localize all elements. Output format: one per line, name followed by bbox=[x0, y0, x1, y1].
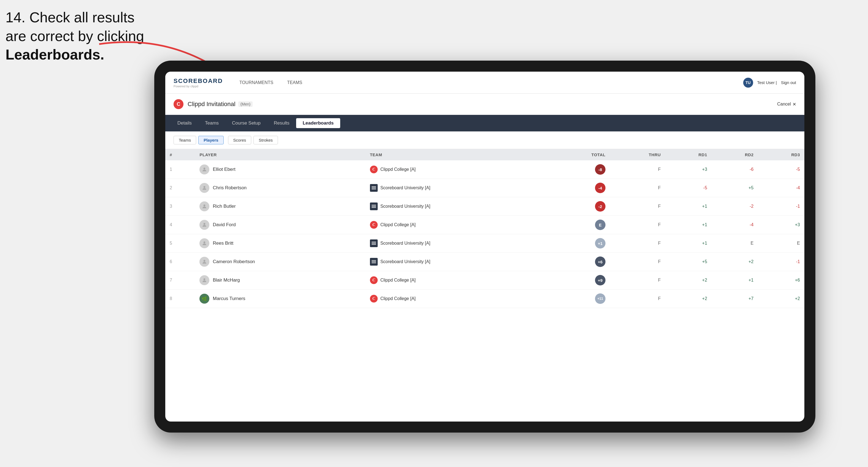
tab-course-setup[interactable]: Course Setup bbox=[225, 118, 267, 128]
score-badge: +11 bbox=[595, 293, 606, 304]
cell-team: Scoreboard University [A] bbox=[366, 179, 549, 197]
table-row: 2Chris RobertsonScoreboard University [A… bbox=[165, 179, 804, 197]
svg-point-11 bbox=[204, 241, 206, 243]
cell-rank: 8 bbox=[165, 289, 195, 308]
svg-rect-12 bbox=[372, 242, 376, 242]
player-name: David Ford bbox=[213, 222, 236, 227]
cell-thru: F bbox=[610, 197, 665, 216]
col-thru: THRU bbox=[610, 149, 665, 160]
svg-rect-4 bbox=[372, 188, 376, 188]
logo-sub: Powered by clippd bbox=[174, 85, 223, 88]
player-avatar bbox=[199, 257, 209, 267]
cell-total: +9 bbox=[549, 271, 610, 289]
score-badge: -4 bbox=[595, 183, 606, 193]
player-name: Cameron Robertson bbox=[213, 259, 255, 264]
svg-rect-13 bbox=[372, 243, 376, 244]
svg-rect-8 bbox=[372, 206, 376, 207]
svg-rect-7 bbox=[372, 205, 376, 205]
cancel-button[interactable]: Cancel ✕ bbox=[777, 102, 796, 107]
filter-teams[interactable]: Teams bbox=[174, 136, 196, 144]
svg-rect-9 bbox=[372, 207, 376, 208]
cell-player: Chris Robertson bbox=[195, 179, 365, 197]
team-name: Clippd College [A] bbox=[380, 278, 416, 283]
tab-leaderboards[interactable]: Leaderboards bbox=[296, 118, 340, 128]
svg-rect-18 bbox=[372, 262, 376, 263]
team-icon bbox=[370, 258, 378, 266]
logo-area: SCOREBOARD Powered by clippd bbox=[174, 77, 223, 88]
team-name: Scoreboard University [A] bbox=[380, 241, 430, 246]
user-avatar: TU bbox=[743, 78, 753, 88]
filter-scores[interactable]: Scores bbox=[228, 136, 251, 144]
col-team: TEAM bbox=[366, 149, 549, 160]
team-name: Clippd College [A] bbox=[380, 222, 416, 227]
col-rd3: RD3 bbox=[758, 149, 804, 160]
score-badge: E bbox=[595, 220, 606, 230]
tournament-title: Clippd Invitational bbox=[188, 100, 236, 108]
tab-teams[interactable]: Teams bbox=[198, 118, 225, 128]
cell-rank: 4 bbox=[165, 216, 195, 234]
cell-total: +1 bbox=[549, 234, 610, 253]
score-badge: -2 bbox=[595, 201, 606, 212]
score-badge: -8 bbox=[595, 164, 606, 175]
cell-rank: 1 bbox=[165, 160, 195, 179]
cell-rd1: +3 bbox=[665, 160, 712, 179]
cell-thru: F bbox=[610, 160, 665, 179]
team-name: Scoreboard University [A] bbox=[380, 204, 430, 209]
instruction-block: 14. Check all results are correct by cli… bbox=[5, 8, 144, 64]
score-badge: +1 bbox=[595, 238, 606, 249]
player-name: Rich Butler bbox=[213, 204, 236, 209]
cell-rd1: -5 bbox=[665, 179, 712, 197]
cell-rd1: +1 bbox=[665, 197, 712, 216]
tablet-screen: SCOREBOARD Powered by clippd TOURNAMENTS… bbox=[165, 72, 804, 422]
team-icon bbox=[370, 184, 378, 192]
nav-links: TOURNAMENTS TEAMS bbox=[234, 78, 743, 87]
nav-tournaments[interactable]: TOURNAMENTS bbox=[234, 78, 279, 87]
table-row: 1Elliot EbertCClippd College [A]-8F+3-6-… bbox=[165, 160, 804, 179]
svg-point-6 bbox=[204, 205, 206, 206]
cell-player: 🌿Marcus Turners bbox=[195, 289, 365, 308]
player-name: Elliot Ebert bbox=[213, 167, 235, 172]
tab-details[interactable]: Details bbox=[171, 118, 198, 128]
player-name: Marcus Turners bbox=[213, 296, 245, 302]
player-name: Chris Robertson bbox=[213, 185, 247, 191]
tab-results[interactable]: Results bbox=[267, 118, 296, 128]
cell-thru: F bbox=[610, 179, 665, 197]
tab-bar: Details Teams Course Setup Results Leade… bbox=[165, 115, 804, 131]
cell-rank: 6 bbox=[165, 253, 195, 271]
cell-rd3: -1 bbox=[758, 197, 804, 216]
player-avatar bbox=[199, 183, 209, 193]
cell-team: Scoreboard University [A] bbox=[366, 234, 549, 253]
cell-total: E bbox=[549, 216, 610, 234]
cell-team: Scoreboard University [A] bbox=[366, 253, 549, 271]
cell-thru: F bbox=[610, 289, 665, 308]
cell-rd3: -1 bbox=[758, 253, 804, 271]
player-avatar: 🌿 bbox=[199, 294, 209, 304]
svg-rect-16 bbox=[372, 260, 376, 261]
table-row: 5Rees BrittScoreboard University [A]+1F+… bbox=[165, 234, 804, 253]
cell-total: -8 bbox=[549, 160, 610, 179]
cell-player: Cameron Robertson bbox=[195, 253, 365, 271]
player-name: Rees Britt bbox=[213, 241, 233, 246]
svg-rect-3 bbox=[372, 186, 376, 187]
team-name: Scoreboard University [A] bbox=[380, 185, 430, 190]
tournament-badge: (Men) bbox=[238, 101, 253, 107]
team-icon: C bbox=[370, 276, 378, 284]
instruction-line2: are correct by clicking bbox=[5, 28, 144, 44]
player-avatar bbox=[199, 238, 209, 248]
nav-teams[interactable]: TEAMS bbox=[282, 78, 308, 87]
nav-bar: SCOREBOARD Powered by clippd TOURNAMENTS… bbox=[165, 72, 804, 94]
table-header-row: # PLAYER TEAM TOTAL THRU RD1 RD2 RD3 bbox=[165, 149, 804, 160]
filter-strokes[interactable]: Strokes bbox=[253, 136, 278, 144]
logo-title: SCOREBOARD bbox=[174, 77, 223, 85]
nav-right: TU Test User | Sign out bbox=[743, 78, 796, 88]
svg-rect-17 bbox=[372, 261, 376, 262]
cell-player: Elliot Ebert bbox=[195, 160, 365, 179]
cell-rank: 7 bbox=[165, 271, 195, 289]
cell-player: David Ford bbox=[195, 216, 365, 234]
col-rd2: RD2 bbox=[712, 149, 758, 160]
cell-rd1: +1 bbox=[665, 234, 712, 253]
cell-rd1: +2 bbox=[665, 271, 712, 289]
cell-rd3: E bbox=[758, 234, 804, 253]
signout-button[interactable]: Sign out bbox=[781, 80, 796, 85]
filter-players[interactable]: Players bbox=[198, 136, 223, 144]
